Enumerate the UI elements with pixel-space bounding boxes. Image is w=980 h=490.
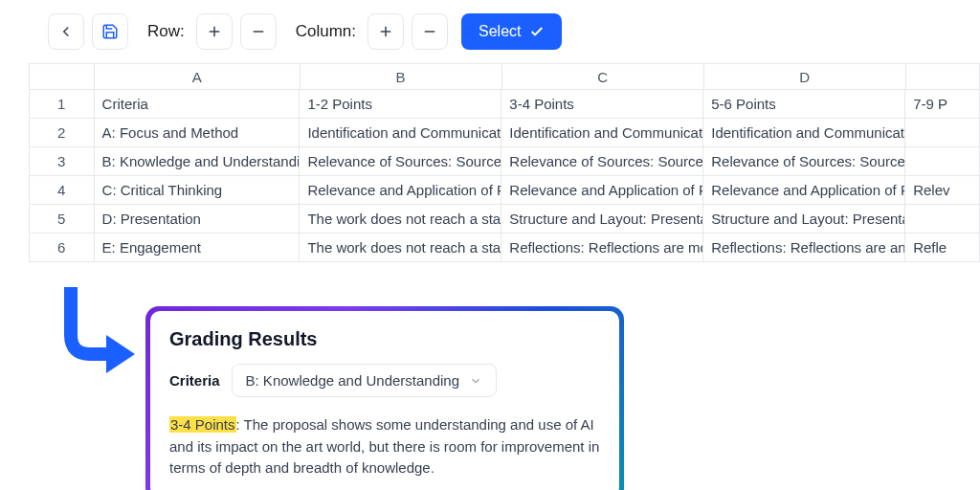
corner-cell bbox=[30, 64, 95, 89]
col-remove-button[interactable] bbox=[412, 13, 448, 50]
table-row: 3 B: Knowledge and Understanding Relevan… bbox=[30, 147, 980, 176]
criteria-label: Criteria bbox=[169, 372, 220, 389]
cell[interactable]: Refle bbox=[905, 234, 980, 261]
minus-icon bbox=[421, 23, 438, 40]
cell[interactable]: B: Knowledge and Understanding bbox=[95, 147, 301, 175]
select-button-label: Select bbox=[479, 23, 521, 40]
cell[interactable]: 1-2 Points bbox=[300, 90, 501, 118]
cell[interactable]: 7-9 P bbox=[905, 90, 980, 118]
check-icon bbox=[529, 24, 545, 39]
row-number[interactable]: 5 bbox=[30, 205, 95, 233]
save-icon bbox=[101, 23, 119, 40]
spreadsheet[interactable]: A B C D 1 Criteria 1-2 Points 3-4 Points… bbox=[29, 63, 980, 262]
criteria-row: Criteria B: Knowledge and Understanding bbox=[169, 364, 600, 397]
grading-results-inner: Grading Results Criteria B: Knowledge an… bbox=[150, 311, 619, 490]
plus-icon bbox=[206, 23, 223, 40]
plus-icon bbox=[377, 23, 394, 40]
cell[interactable]: The work does not reach a standa bbox=[300, 234, 501, 261]
column-label: Column: bbox=[296, 22, 356, 41]
cell[interactable]: The work does not reach a standa bbox=[300, 205, 501, 233]
col-header[interactable] bbox=[906, 64, 980, 89]
criteria-selected: B: Knowledge and Understanding bbox=[246, 372, 460, 389]
col-header[interactable]: C bbox=[502, 64, 704, 89]
row-number[interactable]: 6 bbox=[30, 234, 95, 261]
table-row: 1 Criteria 1-2 Points 3-4 Points 5-6 Poi… bbox=[30, 90, 980, 119]
save-button[interactable] bbox=[92, 13, 128, 50]
row-number[interactable]: 2 bbox=[30, 119, 95, 146]
table-row: 4 C: Critical Thinking Relevance and App… bbox=[30, 176, 980, 205]
toolbar: Row: Column: Select bbox=[0, 0, 980, 63]
cell[interactable] bbox=[905, 147, 980, 175]
col-header[interactable]: A bbox=[95, 64, 301, 89]
cell[interactable]: Identification and Communication: bbox=[703, 119, 905, 146]
curved-arrow-icon bbox=[54, 287, 135, 402]
results-title: Grading Results bbox=[169, 328, 600, 350]
chevron-down-icon bbox=[469, 374, 482, 388]
cell[interactable]: A: Focus and Method bbox=[95, 119, 301, 146]
cell[interactable]: Structure and Layout: Presentation bbox=[501, 205, 703, 233]
row-number[interactable]: 4 bbox=[30, 176, 95, 204]
cell[interactable]: Structure and Layout: Presentation bbox=[703, 205, 905, 233]
table-row: 5 D: Presentation The work does not reac… bbox=[30, 205, 980, 234]
cell[interactable] bbox=[905, 205, 980, 233]
col-header[interactable]: D bbox=[704, 64, 906, 89]
row-number[interactable]: 3 bbox=[30, 147, 95, 175]
col-header[interactable]: B bbox=[301, 64, 502, 89]
select-button[interactable]: Select bbox=[461, 13, 561, 50]
table-row: 2 A: Focus and Method Identification and… bbox=[30, 119, 980, 147]
callout-arrow bbox=[54, 287, 135, 406]
grading-results-card: Grading Results Criteria B: Knowledge an… bbox=[145, 306, 624, 490]
result-text: 3-4 Points: The proposal shows some unde… bbox=[169, 414, 600, 479]
cell[interactable]: Relevance and Application of Rese bbox=[501, 176, 703, 204]
cell[interactable]: Relevance and Application of Rese bbox=[703, 176, 905, 204]
row-label: Row: bbox=[147, 22, 185, 41]
col-add-button[interactable] bbox=[368, 13, 404, 50]
criteria-dropdown[interactable]: B: Knowledge and Understanding bbox=[232, 364, 498, 397]
back-button[interactable] bbox=[48, 13, 84, 50]
cell[interactable]: Criteria bbox=[95, 90, 301, 118]
cell[interactable]: Relevance of Sources: Source mat bbox=[703, 147, 905, 175]
cell[interactable]: Relevance of Sources: Source mat bbox=[300, 147, 501, 175]
cell[interactable]: Relevance of Sources: Source mat bbox=[501, 147, 703, 175]
cell[interactable]: 3-4 Points bbox=[501, 90, 703, 118]
cell[interactable] bbox=[905, 119, 980, 146]
points-highlight: 3-4 Points bbox=[169, 416, 236, 433]
cell[interactable]: Reflections: Reflections are analyti bbox=[703, 234, 905, 261]
arrow-left-icon bbox=[57, 23, 75, 40]
row-remove-button[interactable] bbox=[240, 13, 277, 50]
cell[interactable]: D: Presentation bbox=[95, 205, 301, 233]
cell[interactable]: Relevance and Application of Rese bbox=[300, 176, 501, 204]
cell[interactable]: 5-6 Points bbox=[703, 90, 905, 118]
cell[interactable]: Identification and Communication: bbox=[300, 119, 501, 146]
cell[interactable]: Relev bbox=[905, 176, 980, 204]
cell[interactable]: Identification and Communication: bbox=[501, 119, 703, 146]
cell[interactable]: C: Critical Thinking bbox=[95, 176, 301, 204]
cell[interactable]: Reflections: Reflections are mostly bbox=[501, 234, 703, 261]
table-row: 6 E: Engagement The work does not reach … bbox=[30, 234, 980, 262]
cell[interactable]: E: Engagement bbox=[95, 234, 301, 261]
minus-icon bbox=[250, 23, 267, 40]
row-number[interactable]: 1 bbox=[30, 90, 95, 118]
row-add-button[interactable] bbox=[196, 13, 233, 50]
column-header-row: A B C D bbox=[30, 64, 980, 90]
